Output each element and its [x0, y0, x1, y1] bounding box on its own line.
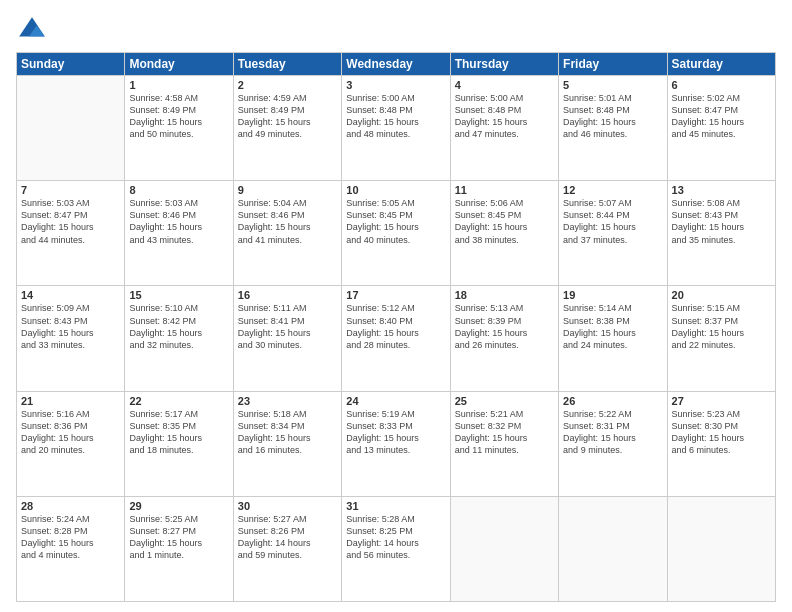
- day-number: 30: [238, 500, 337, 512]
- header-row: SundayMondayTuesdayWednesdayThursdayFrid…: [17, 53, 776, 76]
- calendar-cell: 25Sunrise: 5:21 AM Sunset: 8:32 PM Dayli…: [450, 391, 558, 496]
- calendar-cell: 12Sunrise: 5:07 AM Sunset: 8:44 PM Dayli…: [559, 181, 667, 286]
- calendar-cell: 21Sunrise: 5:16 AM Sunset: 8:36 PM Dayli…: [17, 391, 125, 496]
- day-info: Sunrise: 5:09 AM Sunset: 8:43 PM Dayligh…: [21, 302, 120, 351]
- calendar-cell: 14Sunrise: 5:09 AM Sunset: 8:43 PM Dayli…: [17, 286, 125, 391]
- day-info: Sunrise: 5:10 AM Sunset: 8:42 PM Dayligh…: [129, 302, 228, 351]
- day-info: Sunrise: 5:02 AM Sunset: 8:47 PM Dayligh…: [672, 92, 771, 141]
- day-info: Sunrise: 4:58 AM Sunset: 8:49 PM Dayligh…: [129, 92, 228, 141]
- calendar-body: 1Sunrise: 4:58 AM Sunset: 8:49 PM Daylig…: [17, 76, 776, 602]
- day-info: Sunrise: 5:06 AM Sunset: 8:45 PM Dayligh…: [455, 197, 554, 246]
- logo: [16, 14, 52, 46]
- weekday-header: Friday: [559, 53, 667, 76]
- calendar-cell: 5Sunrise: 5:01 AM Sunset: 8:48 PM Daylig…: [559, 76, 667, 181]
- day-info: Sunrise: 5:25 AM Sunset: 8:27 PM Dayligh…: [129, 513, 228, 562]
- day-info: Sunrise: 5:04 AM Sunset: 8:46 PM Dayligh…: [238, 197, 337, 246]
- day-info: Sunrise: 5:03 AM Sunset: 8:46 PM Dayligh…: [129, 197, 228, 246]
- calendar-cell: 19Sunrise: 5:14 AM Sunset: 8:38 PM Dayli…: [559, 286, 667, 391]
- calendar-cell: 16Sunrise: 5:11 AM Sunset: 8:41 PM Dayli…: [233, 286, 341, 391]
- logo-icon: [16, 14, 48, 46]
- calendar-week-row: 1Sunrise: 4:58 AM Sunset: 8:49 PM Daylig…: [17, 76, 776, 181]
- day-info: Sunrise: 5:03 AM Sunset: 8:47 PM Dayligh…: [21, 197, 120, 246]
- weekday-header: Thursday: [450, 53, 558, 76]
- calendar-cell: 29Sunrise: 5:25 AM Sunset: 8:27 PM Dayli…: [125, 496, 233, 601]
- calendar-cell: 26Sunrise: 5:22 AM Sunset: 8:31 PM Dayli…: [559, 391, 667, 496]
- day-number: 20: [672, 289, 771, 301]
- weekday-header: Wednesday: [342, 53, 450, 76]
- day-number: 10: [346, 184, 445, 196]
- day-info: Sunrise: 5:13 AM Sunset: 8:39 PM Dayligh…: [455, 302, 554, 351]
- calendar-cell: [559, 496, 667, 601]
- header: [16, 14, 776, 46]
- day-number: 7: [21, 184, 120, 196]
- calendar-cell: 17Sunrise: 5:12 AM Sunset: 8:40 PM Dayli…: [342, 286, 450, 391]
- calendar-cell: 2Sunrise: 4:59 AM Sunset: 8:49 PM Daylig…: [233, 76, 341, 181]
- day-info: Sunrise: 5:11 AM Sunset: 8:41 PM Dayligh…: [238, 302, 337, 351]
- day-info: Sunrise: 5:00 AM Sunset: 8:48 PM Dayligh…: [455, 92, 554, 141]
- calendar-cell: [17, 76, 125, 181]
- calendar-cell: 8Sunrise: 5:03 AM Sunset: 8:46 PM Daylig…: [125, 181, 233, 286]
- calendar-header: SundayMondayTuesdayWednesdayThursdayFrid…: [17, 53, 776, 76]
- calendar-cell: 10Sunrise: 5:05 AM Sunset: 8:45 PM Dayli…: [342, 181, 450, 286]
- day-info: Sunrise: 5:15 AM Sunset: 8:37 PM Dayligh…: [672, 302, 771, 351]
- day-info: Sunrise: 5:00 AM Sunset: 8:48 PM Dayligh…: [346, 92, 445, 141]
- day-info: Sunrise: 5:08 AM Sunset: 8:43 PM Dayligh…: [672, 197, 771, 246]
- day-number: 18: [455, 289, 554, 301]
- day-info: Sunrise: 5:23 AM Sunset: 8:30 PM Dayligh…: [672, 408, 771, 457]
- day-number: 25: [455, 395, 554, 407]
- day-number: 4: [455, 79, 554, 91]
- day-info: Sunrise: 5:05 AM Sunset: 8:45 PM Dayligh…: [346, 197, 445, 246]
- day-number: 24: [346, 395, 445, 407]
- calendar-cell: 7Sunrise: 5:03 AM Sunset: 8:47 PM Daylig…: [17, 181, 125, 286]
- day-number: 17: [346, 289, 445, 301]
- day-number: 21: [21, 395, 120, 407]
- day-number: 23: [238, 395, 337, 407]
- day-info: Sunrise: 5:07 AM Sunset: 8:44 PM Dayligh…: [563, 197, 662, 246]
- calendar-cell: 4Sunrise: 5:00 AM Sunset: 8:48 PM Daylig…: [450, 76, 558, 181]
- calendar-cell: 1Sunrise: 4:58 AM Sunset: 8:49 PM Daylig…: [125, 76, 233, 181]
- calendar-cell: 13Sunrise: 5:08 AM Sunset: 8:43 PM Dayli…: [667, 181, 775, 286]
- day-number: 19: [563, 289, 662, 301]
- day-info: Sunrise: 5:24 AM Sunset: 8:28 PM Dayligh…: [21, 513, 120, 562]
- calendar-cell: 27Sunrise: 5:23 AM Sunset: 8:30 PM Dayli…: [667, 391, 775, 496]
- day-number: 31: [346, 500, 445, 512]
- calendar-week-row: 21Sunrise: 5:16 AM Sunset: 8:36 PM Dayli…: [17, 391, 776, 496]
- day-number: 22: [129, 395, 228, 407]
- day-number: 15: [129, 289, 228, 301]
- calendar-cell: 18Sunrise: 5:13 AM Sunset: 8:39 PM Dayli…: [450, 286, 558, 391]
- calendar-week-row: 14Sunrise: 5:09 AM Sunset: 8:43 PM Dayli…: [17, 286, 776, 391]
- day-number: 6: [672, 79, 771, 91]
- day-info: Sunrise: 5:21 AM Sunset: 8:32 PM Dayligh…: [455, 408, 554, 457]
- day-info: Sunrise: 5:28 AM Sunset: 8:25 PM Dayligh…: [346, 513, 445, 562]
- calendar-cell: [450, 496, 558, 601]
- calendar-cell: 24Sunrise: 5:19 AM Sunset: 8:33 PM Dayli…: [342, 391, 450, 496]
- day-number: 14: [21, 289, 120, 301]
- calendar-cell: 23Sunrise: 5:18 AM Sunset: 8:34 PM Dayli…: [233, 391, 341, 496]
- calendar-cell: 3Sunrise: 5:00 AM Sunset: 8:48 PM Daylig…: [342, 76, 450, 181]
- calendar-cell: 11Sunrise: 5:06 AM Sunset: 8:45 PM Dayli…: [450, 181, 558, 286]
- calendar-cell: 31Sunrise: 5:28 AM Sunset: 8:25 PM Dayli…: [342, 496, 450, 601]
- weekday-header: Sunday: [17, 53, 125, 76]
- day-info: Sunrise: 5:12 AM Sunset: 8:40 PM Dayligh…: [346, 302, 445, 351]
- weekday-header: Saturday: [667, 53, 775, 76]
- day-number: 8: [129, 184, 228, 196]
- day-info: Sunrise: 5:27 AM Sunset: 8:26 PM Dayligh…: [238, 513, 337, 562]
- day-number: 3: [346, 79, 445, 91]
- weekday-header: Tuesday: [233, 53, 341, 76]
- page: SundayMondayTuesdayWednesdayThursdayFrid…: [0, 0, 792, 612]
- day-number: 1: [129, 79, 228, 91]
- calendar-cell: 15Sunrise: 5:10 AM Sunset: 8:42 PM Dayli…: [125, 286, 233, 391]
- calendar-cell: 22Sunrise: 5:17 AM Sunset: 8:35 PM Dayli…: [125, 391, 233, 496]
- calendar-cell: 30Sunrise: 5:27 AM Sunset: 8:26 PM Dayli…: [233, 496, 341, 601]
- day-info: Sunrise: 4:59 AM Sunset: 8:49 PM Dayligh…: [238, 92, 337, 141]
- day-number: 16: [238, 289, 337, 301]
- calendar-cell: 20Sunrise: 5:15 AM Sunset: 8:37 PM Dayli…: [667, 286, 775, 391]
- calendar-cell: 6Sunrise: 5:02 AM Sunset: 8:47 PM Daylig…: [667, 76, 775, 181]
- day-info: Sunrise: 5:19 AM Sunset: 8:33 PM Dayligh…: [346, 408, 445, 457]
- day-number: 2: [238, 79, 337, 91]
- calendar: SundayMondayTuesdayWednesdayThursdayFrid…: [16, 52, 776, 602]
- calendar-cell: [667, 496, 775, 601]
- day-info: Sunrise: 5:22 AM Sunset: 8:31 PM Dayligh…: [563, 408, 662, 457]
- day-number: 27: [672, 395, 771, 407]
- calendar-week-row: 7Sunrise: 5:03 AM Sunset: 8:47 PM Daylig…: [17, 181, 776, 286]
